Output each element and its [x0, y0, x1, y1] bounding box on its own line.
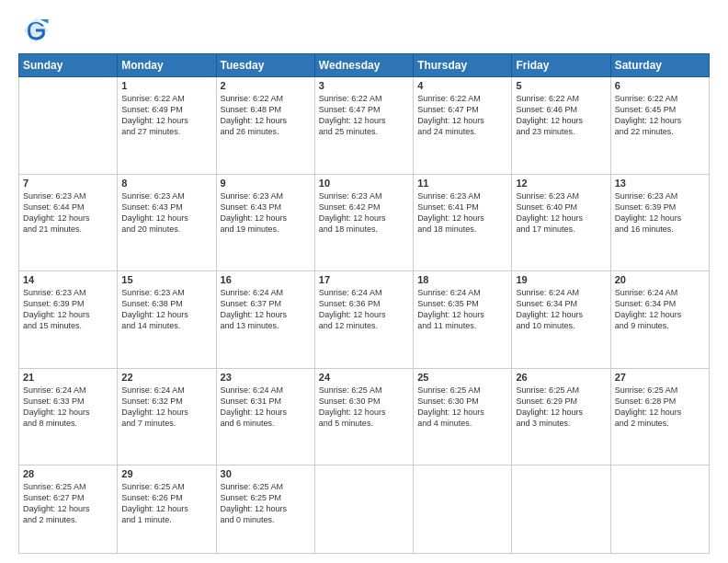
calendar-cell [19, 77, 118, 175]
day-number: 18 [417, 274, 507, 285]
day-info: Sunrise: 6:24 AMSunset: 6:31 PMDaylight:… [221, 385, 311, 430]
day-info: Sunrise: 6:25 AMSunset: 6:30 PMDaylight:… [417, 385, 507, 430]
day-info: Sunrise: 6:22 AMSunset: 6:47 PMDaylight:… [319, 93, 409, 138]
calendar-cell [512, 465, 610, 554]
day-info: Sunrise: 6:23 AMSunset: 6:39 PMDaylight:… [23, 287, 113, 332]
col-header-sunday: Sunday [19, 54, 118, 77]
day-info: Sunrise: 6:24 AMSunset: 6:34 PMDaylight:… [615, 287, 705, 332]
calendar-cell: 9Sunrise: 6:23 AMSunset: 6:43 PMDaylight… [216, 174, 314, 271]
day-number: 4 [417, 80, 507, 91]
logo-icon [22, 17, 50, 44]
day-info: Sunrise: 6:22 AMSunset: 6:49 PMDaylight:… [121, 93, 211, 138]
day-info: Sunrise: 6:22 AMSunset: 6:46 PMDaylight:… [516, 93, 606, 138]
calendar-cell: 19Sunrise: 6:24 AMSunset: 6:34 PMDayligh… [512, 271, 610, 369]
calendar-cell: 25Sunrise: 6:25 AMSunset: 6:30 PMDayligh… [414, 368, 512, 465]
day-number: 21 [23, 372, 113, 383]
day-number: 2 [221, 80, 311, 91]
day-number: 25 [417, 372, 507, 383]
calendar-cell: 6Sunrise: 6:22 AMSunset: 6:45 PMDaylight… [610, 77, 709, 175]
day-number: 7 [23, 178, 113, 189]
day-info: Sunrise: 6:23 AMSunset: 6:42 PMDaylight:… [319, 190, 409, 236]
calendar-cell: 20Sunrise: 6:24 AMSunset: 6:34 PMDayligh… [610, 271, 709, 369]
day-info: Sunrise: 6:25 AMSunset: 6:26 PMDaylight:… [121, 481, 211, 526]
calendar-cell: 27Sunrise: 6:25 AMSunset: 6:28 PMDayligh… [610, 368, 709, 465]
col-header-tuesday: Tuesday [216, 54, 314, 77]
calendar-cell: 11Sunrise: 6:23 AMSunset: 6:41 PMDayligh… [414, 174, 512, 271]
calendar-cell: 23Sunrise: 6:24 AMSunset: 6:31 PMDayligh… [216, 368, 314, 465]
calendar-cell: 8Sunrise: 6:23 AMSunset: 6:43 PMDaylight… [118, 174, 216, 271]
day-number: 1 [121, 80, 211, 91]
day-number: 26 [516, 372, 606, 383]
day-info: Sunrise: 6:25 AMSunset: 6:29 PMDaylight:… [516, 385, 606, 430]
day-info: Sunrise: 6:24 AMSunset: 6:37 PMDaylight:… [221, 287, 311, 332]
week-row-4: 21Sunrise: 6:24 AMSunset: 6:33 PMDayligh… [19, 368, 710, 465]
col-header-thursday: Thursday [414, 54, 512, 77]
day-number: 20 [615, 274, 705, 285]
calendar-cell: 22Sunrise: 6:24 AMSunset: 6:32 PMDayligh… [118, 368, 216, 465]
day-info: Sunrise: 6:23 AMSunset: 6:41 PMDaylight:… [417, 190, 507, 236]
calendar-cell: 21Sunrise: 6:24 AMSunset: 6:33 PMDayligh… [19, 368, 118, 465]
calendar-cell: 12Sunrise: 6:23 AMSunset: 6:40 PMDayligh… [512, 174, 610, 271]
header [18, 17, 710, 44]
day-number: 27 [615, 372, 705, 383]
col-header-friday: Friday [512, 54, 610, 77]
calendar-cell: 14Sunrise: 6:23 AMSunset: 6:39 PMDayligh… [19, 271, 118, 369]
calendar-cell: 7Sunrise: 6:23 AMSunset: 6:44 PMDaylight… [19, 174, 118, 271]
week-row-5: 28Sunrise: 6:25 AMSunset: 6:27 PMDayligh… [19, 465, 710, 554]
week-row-1: 1Sunrise: 6:22 AMSunset: 6:49 PMDaylight… [19, 77, 710, 175]
week-row-2: 7Sunrise: 6:23 AMSunset: 6:44 PMDaylight… [19, 174, 710, 271]
day-info: Sunrise: 6:23 AMSunset: 6:43 PMDaylight:… [121, 190, 211, 236]
day-number: 16 [221, 274, 311, 285]
day-info: Sunrise: 6:23 AMSunset: 6:44 PMDaylight:… [23, 190, 113, 236]
day-info: Sunrise: 6:23 AMSunset: 6:43 PMDaylight:… [221, 190, 311, 236]
day-number: 23 [221, 372, 311, 383]
day-info: Sunrise: 6:24 AMSunset: 6:34 PMDaylight:… [516, 287, 606, 332]
day-info: Sunrise: 6:22 AMSunset: 6:45 PMDaylight:… [615, 93, 705, 138]
day-number: 3 [319, 80, 409, 91]
logo [18, 17, 51, 44]
page: SundayMondayTuesdayWednesdayThursdayFrid… [0, 0, 728, 563]
calendar-table: SundayMondayTuesdayWednesdayThursdayFrid… [18, 53, 710, 554]
day-info: Sunrise: 6:22 AMSunset: 6:48 PMDaylight:… [221, 93, 311, 138]
col-header-monday: Monday [118, 54, 216, 77]
calendar-cell [414, 465, 512, 554]
calendar-cell: 15Sunrise: 6:23 AMSunset: 6:38 PMDayligh… [118, 271, 216, 369]
calendar-cell: 18Sunrise: 6:24 AMSunset: 6:35 PMDayligh… [414, 271, 512, 369]
day-number: 14 [23, 274, 113, 285]
day-number: 9 [221, 178, 311, 189]
day-number: 12 [516, 178, 606, 189]
calendar-cell [314, 465, 413, 554]
day-info: Sunrise: 6:24 AMSunset: 6:32 PMDaylight:… [121, 385, 211, 430]
day-number: 24 [319, 372, 409, 383]
calendar-cell: 10Sunrise: 6:23 AMSunset: 6:42 PMDayligh… [314, 174, 413, 271]
day-number: 6 [615, 80, 705, 91]
header-row: SundayMondayTuesdayWednesdayThursdayFrid… [19, 54, 710, 77]
calendar-cell: 29Sunrise: 6:25 AMSunset: 6:26 PMDayligh… [118, 465, 216, 554]
week-row-3: 14Sunrise: 6:23 AMSunset: 6:39 PMDayligh… [19, 271, 710, 369]
calendar-cell: 17Sunrise: 6:24 AMSunset: 6:36 PMDayligh… [314, 271, 413, 369]
calendar-cell: 2Sunrise: 6:22 AMSunset: 6:48 PMDaylight… [216, 77, 314, 175]
calendar-cell: 1Sunrise: 6:22 AMSunset: 6:49 PMDaylight… [118, 77, 216, 175]
day-number: 15 [121, 274, 211, 285]
day-number: 8 [121, 178, 211, 189]
calendar-cell: 26Sunrise: 6:25 AMSunset: 6:29 PMDayligh… [512, 368, 610, 465]
col-header-saturday: Saturday [610, 54, 709, 77]
day-number: 13 [615, 178, 705, 189]
calendar-cell: 28Sunrise: 6:25 AMSunset: 6:27 PMDayligh… [19, 465, 118, 554]
day-number: 29 [121, 468, 211, 479]
day-info: Sunrise: 6:23 AMSunset: 6:39 PMDaylight:… [615, 190, 705, 236]
day-info: Sunrise: 6:24 AMSunset: 6:33 PMDaylight:… [23, 385, 113, 430]
calendar-cell: 3Sunrise: 6:22 AMSunset: 6:47 PMDaylight… [314, 77, 413, 175]
day-number: 30 [221, 468, 311, 479]
calendar-cell: 16Sunrise: 6:24 AMSunset: 6:37 PMDayligh… [216, 271, 314, 369]
calendar-cell: 5Sunrise: 6:22 AMSunset: 6:46 PMDaylight… [512, 77, 610, 175]
day-number: 10 [319, 178, 409, 189]
calendar-cell: 24Sunrise: 6:25 AMSunset: 6:30 PMDayligh… [314, 368, 413, 465]
day-number: 28 [23, 468, 113, 479]
day-number: 11 [417, 178, 507, 189]
day-number: 19 [516, 274, 606, 285]
day-number: 5 [516, 80, 606, 91]
day-info: Sunrise: 6:25 AMSunset: 6:30 PMDaylight:… [319, 385, 409, 430]
day-info: Sunrise: 6:25 AMSunset: 6:25 PMDaylight:… [221, 481, 311, 526]
day-info: Sunrise: 6:24 AMSunset: 6:36 PMDaylight:… [319, 287, 409, 332]
